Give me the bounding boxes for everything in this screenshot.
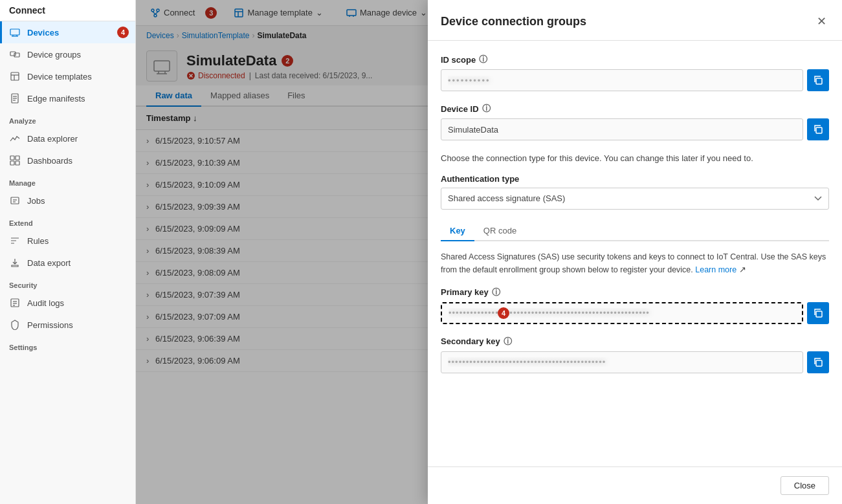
learn-more-link[interactable]: Learn more	[695, 265, 737, 274]
rules-icon	[9, 235, 21, 247]
sidebar: Connect Devices 4 Device groups Device t…	[0, 0, 136, 504]
secondary-key-copy-button[interactable]	[807, 351, 829, 373]
id-scope-input[interactable]	[441, 69, 803, 91]
sidebar-item-data-export[interactable]: Data export	[0, 252, 135, 274]
id-scope-row	[441, 69, 829, 91]
section-settings: Settings	[0, 336, 135, 354]
key-tab-qr-code[interactable]: QR code	[474, 221, 526, 241]
sidebar-item-label: Data export	[27, 258, 71, 268]
auth-type-select[interactable]: Shared access signature (SAS)	[441, 188, 829, 210]
devices-icon	[9, 27, 21, 38]
manifests-icon	[9, 93, 21, 104]
auth-type-label: Authentication type	[441, 174, 829, 184]
primary-key-info-icon[interactable]: ⓘ	[492, 287, 500, 298]
section-extend: Extend	[0, 212, 135, 230]
svg-rect-44	[816, 311, 822, 317]
export-icon	[9, 257, 21, 268]
id-scope-info-icon[interactable]: ⓘ	[479, 54, 487, 65]
sidebar-item-label: Device templates	[27, 72, 92, 82]
sidebar-item-dashboards[interactable]: Dashboards	[0, 149, 135, 171]
svg-rect-13	[10, 156, 14, 160]
id-scope-copy-button[interactable]	[807, 69, 829, 91]
id-scope-group: ID scope ⓘ	[441, 54, 829, 91]
modal-header: Device connection groups ✕	[428, 0, 842, 41]
groups-icon	[9, 49, 21, 60]
sidebar-item-label: Devices	[27, 28, 59, 38]
device-id-row	[441, 118, 829, 140]
svg-rect-16	[16, 161, 19, 165]
permissions-icon	[9, 319, 21, 331]
connection-info-text: Choose the connection type for this devi…	[441, 152, 829, 165]
primary-key-copy-button[interactable]	[807, 302, 829, 324]
svg-rect-17	[11, 197, 19, 204]
section-security: Security	[0, 274, 135, 292]
sidebar-item-device-templates[interactable]: Device templates	[0, 65, 135, 87]
svg-rect-5	[14, 53, 19, 57]
sidebar-item-label: Permissions	[27, 320, 73, 330]
templates-icon	[9, 71, 21, 82]
svg-rect-15	[10, 161, 14, 165]
section-manage: Manage	[0, 171, 135, 190]
sidebar-header: Connect	[0, 0, 135, 21]
sidebar-item-device-groups[interactable]: Device groups	[0, 43, 135, 65]
sidebar-item-data-explorer[interactable]: Data explorer	[0, 127, 135, 149]
main-content: Connect 3 Manage template ⌄ Manage devic…	[136, 0, 842, 504]
secondary-key-info-icon[interactable]: ⓘ	[504, 336, 512, 347]
primary-key-label: Primary key ⓘ	[441, 287, 829, 298]
modal-panel: Device connection groups ✕ ID scope ⓘ	[428, 0, 842, 504]
primary-key-input[interactable]	[441, 302, 803, 324]
sidebar-item-label: Jobs	[27, 196, 45, 206]
device-id-copy-button[interactable]	[807, 118, 829, 140]
secondary-key-row	[441, 351, 829, 373]
sidebar-item-audit-logs[interactable]: Audit logs	[0, 292, 135, 314]
sidebar-item-rules[interactable]: Rules	[0, 230, 135, 252]
secondary-key-label: Secondary key ⓘ	[441, 336, 829, 347]
svg-rect-4	[10, 52, 16, 56]
sidebar-item-label: Device groups	[27, 50, 81, 60]
sidebar-item-edge-manifests[interactable]: Edge manifests	[0, 87, 135, 109]
auth-type-group: Authentication type Shared access signat…	[441, 174, 829, 210]
sidebar-item-label: Rules	[27, 236, 49, 246]
svg-rect-0	[10, 29, 19, 35]
modal-close-button[interactable]: ✕	[814, 12, 829, 31]
svg-rect-6	[11, 72, 19, 80]
id-scope-label: ID scope ⓘ	[441, 54, 829, 65]
devices-badge: 4	[117, 27, 129, 38]
primary-key-row: 4	[441, 302, 829, 324]
device-id-input[interactable]	[441, 118, 803, 140]
sas-description: Shared Access Signatures (SAS) use secur…	[441, 250, 829, 276]
device-id-label: Device ID ⓘ	[441, 103, 829, 115]
key-tabs: Key QR code	[441, 221, 829, 241]
svg-rect-42	[816, 78, 822, 84]
key-tab-key[interactable]: Key	[441, 221, 474, 241]
sidebar-item-label: Edge manifests	[27, 94, 85, 104]
sidebar-item-label: Audit logs	[27, 298, 64, 308]
modal-footer: Close	[428, 466, 842, 504]
secondary-key-input[interactable]	[441, 351, 803, 373]
primary-key-badge-4: 4	[498, 307, 509, 319]
audit-icon	[9, 297, 21, 309]
modal-close-footer-button[interactable]: Close	[781, 476, 829, 495]
svg-rect-45	[816, 360, 822, 366]
svg-rect-43	[816, 127, 822, 133]
explorer-icon	[9, 133, 21, 144]
sidebar-item-label: Dashboards	[27, 156, 72, 166]
modal-title: Device connection groups	[441, 15, 586, 28]
dashboards-icon	[9, 155, 21, 166]
jobs-icon	[9, 195, 21, 206]
sidebar-item-devices[interactable]: Devices 4	[0, 21, 135, 43]
sidebar-item-jobs[interactable]: Jobs	[0, 190, 135, 212]
device-id-group: Device ID ⓘ	[441, 103, 829, 140]
secondary-key-group: Secondary key ⓘ	[441, 336, 829, 373]
sidebar-item-label: Data explorer	[27, 134, 78, 144]
sidebar-item-permissions[interactable]: Permissions	[0, 314, 135, 336]
device-id-info-icon[interactable]: ⓘ	[482, 103, 491, 115]
section-analyze: Analyze	[0, 109, 135, 127]
primary-key-group: Primary key ⓘ 4	[441, 287, 829, 324]
svg-rect-14	[16, 156, 19, 160]
modal-body: ID scope ⓘ Device ID ⓘ	[428, 41, 842, 466]
